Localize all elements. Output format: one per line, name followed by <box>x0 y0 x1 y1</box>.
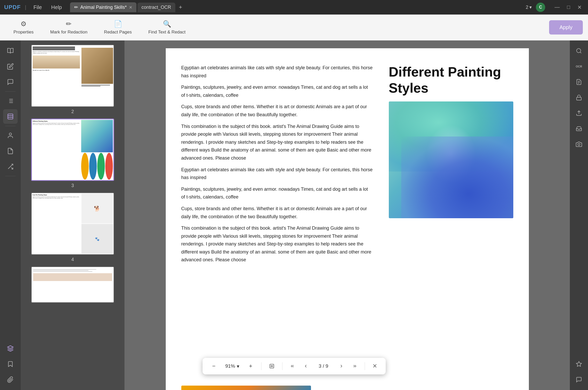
mark-redaction-label: Mark for Redaction <box>50 30 87 35</box>
sidebar-sep-1 <box>5 91 16 92</box>
page-indicator: 3 / 9 <box>315 363 333 369</box>
thumb-4-content: Cute Pet Painting Steps Egyptian art cel… <box>32 193 114 254</box>
svg-point-13 <box>577 49 581 53</box>
file-menu[interactable]: File <box>30 3 45 11</box>
zoom-out-button[interactable]: − <box>209 361 219 371</box>
zoom-value-display: 91% ▾ <box>223 363 241 369</box>
tab-painting[interactable]: ✏ Animal Painting Skills* ✕ <box>70 2 136 12</box>
tab-add-button[interactable]: + <box>176 3 185 12</box>
doc-page-3: Egyptian art celebrates animals like cat… <box>166 48 529 386</box>
sidebar-icon-sign[interactable] <box>3 128 18 143</box>
mark-redaction-button[interactable]: ✏ Mark for Redaction <box>42 17 96 37</box>
svg-rect-6 <box>8 114 13 119</box>
nav-next-button[interactable] <box>337 361 346 371</box>
sidebar-icon-layers[interactable] <box>3 341 18 356</box>
thumb-frame-3: Different Painting Styles Egyptian art c… <box>31 119 114 181</box>
redact-pages-button[interactable]: 📄 Redact Pages <box>96 17 140 37</box>
tab-contract[interactable]: contract_OCR <box>137 3 175 12</box>
doc-para-6: Paintings, sculptures, jewelry, and even… <box>181 185 373 201</box>
doc-para-8: This combination is the subject of this … <box>181 224 373 264</box>
avatar[interactable]: C <box>536 3 545 12</box>
thumbnail-page-5[interactable] <box>25 266 120 303</box>
thumb-3-content: Different Painting Styles Egyptian art c… <box>32 119 113 180</box>
right-panel: OCR <box>570 40 588 390</box>
help-menu[interactable]: Help <box>48 3 65 11</box>
doc-para-5: Egyptian art celebrates animals like cat… <box>181 166 373 182</box>
svg-marker-12 <box>8 346 13 348</box>
sidebar-icon-paperclip[interactable] <box>3 372 18 387</box>
thumb-frame-2: Egyptian art celebrates animals like cat… <box>31 45 114 107</box>
fit-page-button[interactable] <box>267 361 277 371</box>
sidebar-icon-pages[interactable] <box>3 144 18 158</box>
thumb-2-content: Egyptian art celebrates animals like cat… <box>32 45 114 106</box>
thumbnail-page-3[interactable]: Different Painting Styles Egyptian art c… <box>25 119 120 188</box>
redact-pages-icon: 📄 <box>114 20 122 28</box>
right-camera-icon[interactable] <box>572 137 586 152</box>
thumbnails-panel: Egyptian art celebrates animals like cat… <box>21 40 124 390</box>
right-chat-icon[interactable] <box>572 372 586 387</box>
thumb-frame-4: Cute Pet Painting Steps Egyptian art cel… <box>31 193 114 255</box>
tab-painting-label: Animal Painting Skills* <box>80 5 127 10</box>
apply-button[interactable]: Apply <box>549 20 583 35</box>
sidebar-icon-bookmark[interactable] <box>3 357 18 371</box>
current-page: 3 <box>319 363 322 369</box>
find-text-button[interactable]: 🔍 Find Text & Redact <box>140 17 194 37</box>
bottom-toolbar: − 91% ▾ + 3 / 9 ✕ <box>202 358 385 374</box>
zoom-separator-2 <box>282 362 282 370</box>
svg-rect-18 <box>270 364 274 368</box>
zoom-in-button[interactable]: + <box>246 361 256 371</box>
tab-area: ✏ Animal Painting Skills* ✕ contract_OCR… <box>70 2 185 12</box>
find-text-icon: 🔍 <box>163 20 171 28</box>
paint-cans-overlay <box>181 386 311 390</box>
minimize-button[interactable]: — <box>552 4 562 11</box>
page-title: Different Painting Styles <box>389 64 513 96</box>
doc-right-content: Different Painting Styles <box>389 64 513 370</box>
right-ocr-icon[interactable]: OCR <box>572 59 586 74</box>
sidebar-icon-read[interactable] <box>3 44 18 58</box>
thumb-3-number: 3 <box>71 183 74 188</box>
doc-left-text: Egyptian art celebrates animals like cat… <box>181 64 373 370</box>
window-controls: — □ ✕ <box>552 4 584 11</box>
zoom-separator <box>261 362 261 370</box>
sidebar-icon-edit[interactable] <box>3 59 18 74</box>
sidebar-icon-form[interactable] <box>3 94 18 108</box>
right-search-icon[interactable] <box>572 44 586 58</box>
tab-contract-label: contract_OCR <box>142 5 171 10</box>
find-text-label: Find Text & Redact <box>148 30 185 35</box>
zoom-dropdown-icon[interactable]: ▾ <box>237 363 239 369</box>
mark-redaction-icon: ✏ <box>66 20 72 28</box>
toolbar-close-button[interactable]: ✕ <box>370 361 379 371</box>
properties-label: Properties <box>13 30 33 35</box>
main-area: Egyptian art celebrates animals like cat… <box>0 40 588 390</box>
redact-pages-label: Redact Pages <box>104 30 132 35</box>
title-sep: | <box>25 4 26 10</box>
right-inbox-icon[interactable] <box>572 121 586 136</box>
properties-icon: ⚙ <box>20 20 26 28</box>
svg-point-17 <box>578 143 580 146</box>
sidebar-icon-convert[interactable] <box>3 159 18 174</box>
right-ai-icon[interactable] <box>572 357 586 371</box>
watercolor-blue-layer <box>401 136 513 218</box>
properties-button[interactable]: ⚙ Properties <box>5 17 42 37</box>
maximize-button[interactable]: □ <box>565 4 572 11</box>
app-logo: UPDF <box>4 4 21 11</box>
doc-section2-text: Egyptian art celebrates animals like cat… <box>327 386 513 390</box>
thumb-frame-5 <box>31 266 114 303</box>
nav-last-button[interactable] <box>350 361 359 371</box>
right-export-icon[interactable] <box>572 106 586 120</box>
nav-prev-button[interactable] <box>301 361 310 371</box>
svg-point-9 <box>9 133 12 135</box>
nav-first-button[interactable] <box>288 361 297 371</box>
thumbnail-page-2[interactable]: Egyptian art celebrates animals like cat… <box>25 45 120 114</box>
right-scan-icon[interactable] <box>572 75 586 89</box>
tab-painting-close[interactable]: ✕ <box>129 5 132 10</box>
title-bar: UPDF | File Help ✏ Animal Painting Skill… <box>0 0 588 15</box>
close-button[interactable]: ✕ <box>575 4 584 11</box>
sidebar-icon-redact[interactable] <box>3 109 18 124</box>
doc-para-7: Cups, store brands and other items. Whet… <box>181 205 373 221</box>
doc-para-4: This combination is the subject of this … <box>181 122 373 162</box>
doc-section-2: Egyptian art celebrates animals like cat… <box>166 386 529 390</box>
thumbnail-page-4[interactable]: Cute Pet Painting Steps Egyptian art cel… <box>25 193 120 262</box>
right-lock-icon[interactable] <box>572 90 586 105</box>
sidebar-icon-comment[interactable] <box>3 75 18 89</box>
